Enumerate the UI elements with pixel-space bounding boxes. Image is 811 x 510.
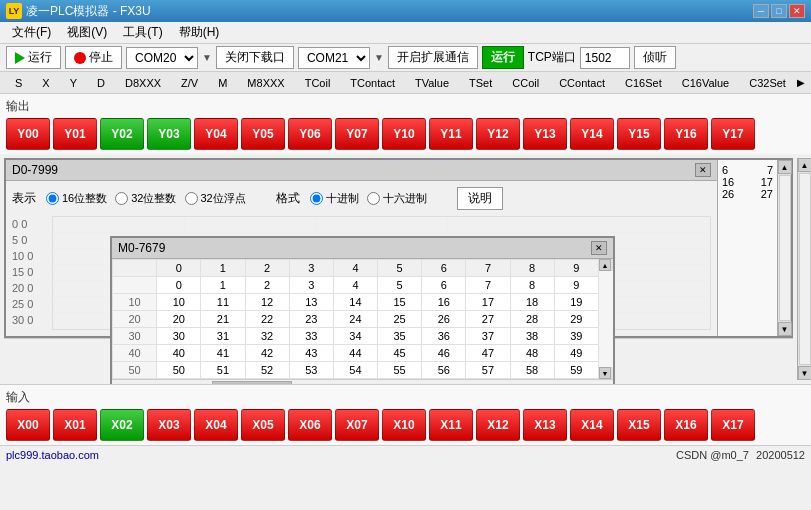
m-cell-1-4[interactable]: 14 bbox=[333, 294, 377, 311]
m-cell-3-6[interactable]: 36 bbox=[422, 328, 466, 345]
m-cell-2-7[interactable]: 27 bbox=[466, 311, 510, 328]
tab-m8xxx[interactable]: M8XXX bbox=[238, 74, 293, 92]
m-panel-hscroll[interactable] bbox=[112, 379, 613, 384]
tcp-port-input[interactable] bbox=[580, 47, 630, 69]
m-panel-vscroll[interactable]: ▲ ▼ bbox=[599, 259, 613, 379]
tab-s[interactable]: S bbox=[6, 74, 31, 92]
m-scroll-up[interactable]: ▲ bbox=[599, 259, 611, 271]
menu-tools[interactable]: 工具(T) bbox=[115, 22, 170, 43]
output-led-y12[interactable]: Y12 bbox=[476, 118, 520, 150]
m-cell-3-8[interactable]: 38 bbox=[510, 328, 554, 345]
tab-c16value[interactable]: C16Value bbox=[673, 74, 739, 92]
m-cell-5-5[interactable]: 55 bbox=[378, 362, 422, 379]
main-scroll-track[interactable] bbox=[799, 173, 811, 365]
tab-x[interactable]: X bbox=[33, 74, 58, 92]
m-cell-2-1[interactable]: 21 bbox=[201, 311, 245, 328]
radio-32float[interactable]: 32位浮点 bbox=[185, 191, 246, 206]
m-cell-2-5[interactable]: 25 bbox=[378, 311, 422, 328]
m-cell-3-5[interactable]: 35 bbox=[378, 328, 422, 345]
m-cell-0-0[interactable]: 0 bbox=[157, 277, 201, 294]
input-led-x14[interactable]: X14 bbox=[570, 409, 614, 441]
output-led-y11[interactable]: Y11 bbox=[429, 118, 473, 150]
main-scroll-up[interactable]: ▲ bbox=[798, 158, 812, 172]
close-download-button[interactable]: 关闭下载口 bbox=[216, 46, 294, 69]
d-scroll-up[interactable]: ▲ bbox=[778, 160, 792, 174]
tab-tcoil[interactable]: TCoil bbox=[296, 74, 340, 92]
radio-decimal[interactable]: 十进制 bbox=[310, 191, 359, 206]
m-cell-1-6[interactable]: 16 bbox=[422, 294, 466, 311]
m-cell-2-9[interactable]: 29 bbox=[554, 311, 598, 328]
m-cell-2-4[interactable]: 24 bbox=[333, 311, 377, 328]
m-cell-0-3[interactable]: 3 bbox=[289, 277, 333, 294]
tab-ccoil[interactable]: CCoil bbox=[503, 74, 548, 92]
radio-16int[interactable]: 16位整数 bbox=[46, 191, 107, 206]
output-led-y02[interactable]: Y02 bbox=[100, 118, 144, 150]
m-cell-3-9[interactable]: 39 bbox=[554, 328, 598, 345]
d-scroll-track[interactable] bbox=[779, 175, 791, 321]
m-cell-1-5[interactable]: 15 bbox=[378, 294, 422, 311]
m-cell-0-7[interactable]: 7 bbox=[466, 277, 510, 294]
m-cell-3-1[interactable]: 31 bbox=[201, 328, 245, 345]
input-led-x17[interactable]: X17 bbox=[711, 409, 755, 441]
output-led-y05[interactable]: Y05 bbox=[241, 118, 285, 150]
m-cell-2-2[interactable]: 22 bbox=[245, 311, 289, 328]
m-cell-4-2[interactable]: 42 bbox=[245, 345, 289, 362]
m-cell-1-7[interactable]: 17 bbox=[466, 294, 510, 311]
m-cell-4-6[interactable]: 46 bbox=[422, 345, 466, 362]
m-cell-4-8[interactable]: 48 bbox=[510, 345, 554, 362]
tab-tset[interactable]: TSet bbox=[460, 74, 501, 92]
input-led-x12[interactable]: X12 bbox=[476, 409, 520, 441]
tab-d[interactable]: D bbox=[88, 74, 114, 92]
m-hscroll-thumb[interactable] bbox=[212, 381, 292, 385]
d-panel-close-button[interactable]: ✕ bbox=[695, 163, 711, 177]
com1-select[interactable]: COM20 bbox=[126, 47, 198, 69]
status-link[interactable]: plc999.taobao.com bbox=[6, 449, 99, 461]
m-cell-1-1[interactable]: 11 bbox=[201, 294, 245, 311]
m-cell-5-9[interactable]: 59 bbox=[554, 362, 598, 379]
tab-c32set[interactable]: C32Set bbox=[740, 74, 795, 92]
m-scroll-down[interactable]: ▼ bbox=[599, 367, 611, 379]
tab-scroll-right[interactable]: ▶ bbox=[797, 77, 805, 88]
m-cell-5-8[interactable]: 58 bbox=[510, 362, 554, 379]
d-panel-scrollbar[interactable]: ▲ ▼ bbox=[777, 160, 791, 336]
tab-y[interactable]: Y bbox=[61, 74, 86, 92]
m-cell-1-8[interactable]: 18 bbox=[510, 294, 554, 311]
m-cell-4-9[interactable]: 49 bbox=[554, 345, 598, 362]
input-led-x07[interactable]: X07 bbox=[335, 409, 379, 441]
m-cell-0-6[interactable]: 6 bbox=[422, 277, 466, 294]
m-cell-4-5[interactable]: 45 bbox=[378, 345, 422, 362]
close-button[interactable]: ✕ bbox=[789, 4, 805, 18]
tab-d8xxx[interactable]: D8XXX bbox=[116, 74, 170, 92]
input-led-x05[interactable]: X05 bbox=[241, 409, 285, 441]
m-cell-3-4[interactable]: 34 bbox=[333, 328, 377, 345]
output-led-y15[interactable]: Y15 bbox=[617, 118, 661, 150]
m-cell-2-0[interactable]: 20 bbox=[157, 311, 201, 328]
m-cell-4-4[interactable]: 44 bbox=[333, 345, 377, 362]
m-cell-5-6[interactable]: 56 bbox=[422, 362, 466, 379]
m-cell-5-1[interactable]: 51 bbox=[201, 362, 245, 379]
listen-button[interactable]: 侦听 bbox=[634, 46, 676, 69]
output-led-y06[interactable]: Y06 bbox=[288, 118, 332, 150]
input-led-x15[interactable]: X15 bbox=[617, 409, 661, 441]
menu-help[interactable]: 帮助(H) bbox=[171, 22, 228, 43]
m-cell-1-3[interactable]: 13 bbox=[289, 294, 333, 311]
tab-tvalue[interactable]: TValue bbox=[406, 74, 458, 92]
m-cell-0-9[interactable]: 9 bbox=[554, 277, 598, 294]
m-cell-5-2[interactable]: 52 bbox=[245, 362, 289, 379]
input-led-x06[interactable]: X06 bbox=[288, 409, 332, 441]
m-cell-4-1[interactable]: 41 bbox=[201, 345, 245, 362]
input-led-x01[interactable]: X01 bbox=[53, 409, 97, 441]
m-cell-1-0[interactable]: 10 bbox=[157, 294, 201, 311]
output-led-y04[interactable]: Y04 bbox=[194, 118, 238, 150]
input-led-x13[interactable]: X13 bbox=[523, 409, 567, 441]
expand-com-button[interactable]: 开启扩展通信 bbox=[388, 46, 478, 69]
output-led-y01[interactable]: Y01 bbox=[53, 118, 97, 150]
menu-view[interactable]: 视图(V) bbox=[59, 22, 115, 43]
m-panel-close-button[interactable]: ✕ bbox=[591, 241, 607, 255]
output-led-y10[interactable]: Y10 bbox=[382, 118, 426, 150]
tab-ccontact[interactable]: CContact bbox=[550, 74, 614, 92]
m-cell-0-4[interactable]: 4 bbox=[333, 277, 377, 294]
m-cell-3-7[interactable]: 37 bbox=[466, 328, 510, 345]
input-led-x04[interactable]: X04 bbox=[194, 409, 238, 441]
run-button[interactable]: 运行 bbox=[6, 46, 61, 69]
